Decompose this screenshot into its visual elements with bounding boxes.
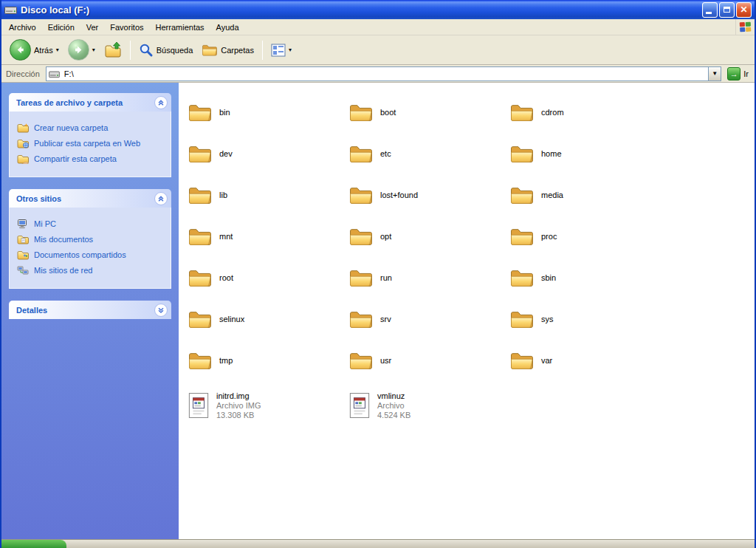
menu-item[interactable]: Edición	[42, 21, 80, 34]
minimize-button[interactable]	[702, 2, 718, 18]
panel-file-tasks-body: Crear nueva carpeta Publicar esta carpet…	[9, 112, 171, 177]
link-label: Crear nueva carpeta	[34, 123, 108, 132]
address-label: Dirección	[1, 69, 46, 78]
toolbar: Atrás ▾ ▾ Búsqueda	[1, 35, 755, 65]
network-places-link[interactable]: Mis sitios de red	[17, 265, 166, 275]
folder-icon	[348, 102, 374, 123]
folder-item[interactable]: lib	[185, 185, 233, 205]
folders-button[interactable]: Carpetas	[198, 38, 258, 63]
folder-item[interactable]: usr	[346, 350, 397, 371]
toolbar-separator	[262, 41, 263, 60]
link-label: Mis documentos	[34, 235, 93, 244]
panel-other-places-header[interactable]: Otros sitios	[9, 189, 171, 208]
folder-icon	[188, 226, 213, 247]
new-folder-icon	[17, 123, 29, 133]
folder-item[interactable]: etc	[346, 143, 397, 164]
folder-item[interactable]: media	[506, 185, 569, 205]
forward-dropdown-icon: ▾	[92, 47, 95, 53]
folder-item[interactable]: sbin	[506, 267, 562, 288]
folder-item[interactable]: home	[506, 143, 568, 164]
folder-icon	[509, 102, 535, 123]
folder-item[interactable]: run	[346, 267, 398, 288]
folder-name: tmp	[219, 356, 233, 365]
search-button[interactable]: Búsqueda	[135, 38, 197, 63]
folder-name: opt	[380, 232, 391, 241]
file-name: vmlinuz	[377, 391, 410, 401]
file-list-area: bin boot	[179, 83, 755, 539]
folders-label: Carpetas	[221, 46, 254, 55]
panel-title: Tareas de archivo y carpeta	[16, 98, 123, 107]
start-button-sliver[interactable]	[1, 540, 66, 548]
folder-name: cdrom	[541, 108, 564, 117]
computer-icon	[17, 219, 29, 229]
my-documents-link[interactable]: Mis documentos	[17, 234, 166, 244]
forward-button[interactable]: ▾	[64, 38, 99, 63]
menu-item[interactable]: Archivo	[3, 21, 42, 34]
folder-item[interactable]: dev	[185, 143, 238, 164]
my-pc-link[interactable]: Mi PC	[17, 219, 166, 229]
folder-name: mnt	[219, 232, 233, 241]
back-button[interactable]: Atrás ▾	[6, 38, 63, 63]
folder-item[interactable]: opt	[346, 226, 397, 247]
folder-item[interactable]: srv	[346, 309, 397, 329]
folder-icon	[348, 143, 374, 164]
folder-name: home	[541, 149, 562, 158]
file-item[interactable]: vmlinuz Archivo 4.524 KB	[346, 391, 416, 420]
file-item[interactable]: initrd.img Archivo IMG 13.308 KB	[185, 391, 267, 420]
close-button[interactable]: ✕	[736, 2, 752, 18]
address-input[interactable]	[63, 68, 708, 80]
documents-folder-icon	[17, 234, 29, 244]
link-label: Mi PC	[34, 219, 56, 228]
folder-item[interactable]: root	[185, 267, 239, 288]
folder-item[interactable]: mnt	[185, 226, 238, 247]
share-folder-link[interactable]: Compartir esta carpeta	[17, 154, 166, 164]
chevron-up-icon[interactable]	[154, 96, 168, 109]
views-icon	[271, 44, 286, 57]
windows-logo-icon	[735, 19, 755, 35]
shared-documents-link[interactable]: Documentos compartidos	[17, 250, 166, 260]
folder-name: etc	[380, 149, 391, 158]
link-label: Compartir esta carpeta	[34, 154, 117, 163]
title-bar: Disco local (F:) ✕	[1, 0, 755, 19]
panel-other-places: Otros sitios Mi PC	[9, 189, 171, 289]
address-dropdown-button[interactable]: ▼	[708, 67, 721, 81]
menu-item[interactable]: Ver	[80, 21, 105, 34]
publish-folder-link[interactable]: Publicar esta carpeta en Web	[17, 138, 166, 148]
address-combo[interactable]: ▼	[46, 66, 721, 81]
folder-item[interactable]: lost+found	[346, 185, 424, 205]
menu-item[interactable]: Herramientas	[150, 21, 210, 34]
panel-details-header[interactable]: Detalles	[9, 301, 171, 319]
up-folder-icon	[104, 41, 122, 59]
go-button[interactable]: → Ir	[721, 67, 755, 81]
folder-icon	[348, 226, 374, 247]
folder-item[interactable]: cdrom	[506, 102, 570, 123]
folder-item[interactable]: bin	[185, 102, 236, 123]
folder-item[interactable]: var	[506, 350, 558, 371]
menu-item[interactable]: Ayuda	[210, 21, 245, 34]
task-pane: Tareas de archivo y carpeta Crear nueva …	[1, 83, 179, 539]
chevron-down-icon[interactable]	[154, 304, 168, 317]
folder-item[interactable]: sys	[506, 309, 560, 329]
drive-icon	[49, 69, 60, 78]
views-button[interactable]: ▾	[267, 38, 295, 63]
folder-item[interactable]: proc	[506, 226, 563, 247]
maximize-button[interactable]	[719, 2, 735, 18]
menu-item[interactable]: Favoritos	[104, 21, 149, 34]
folder-icon	[509, 226, 535, 247]
folder-item[interactable]: tmp	[185, 350, 238, 371]
folder-icon	[348, 185, 374, 205]
chevron-up-icon[interactable]	[154, 192, 168, 205]
link-label: Publicar esta carpeta en Web	[34, 139, 140, 148]
go-label: Ir	[743, 69, 749, 78]
folder-name: proc	[541, 232, 557, 241]
folder-item[interactable]: boot	[346, 102, 402, 123]
folder-icon	[348, 350, 374, 371]
up-button[interactable]	[100, 38, 126, 63]
folder-item[interactable]: selinux	[185, 309, 250, 329]
panel-file-tasks-header[interactable]: Tareas de archivo y carpeta	[9, 93, 171, 112]
network-icon	[17, 265, 29, 275]
taskbar-sliver	[1, 539, 755, 548]
explorer-window: Disco local (F:) ✕ Archivo Edición Ver F…	[0, 0, 756, 548]
create-folder-link[interactable]: Crear nueva carpeta	[17, 123, 166, 133]
link-label: Mis sitios de red	[34, 266, 92, 275]
